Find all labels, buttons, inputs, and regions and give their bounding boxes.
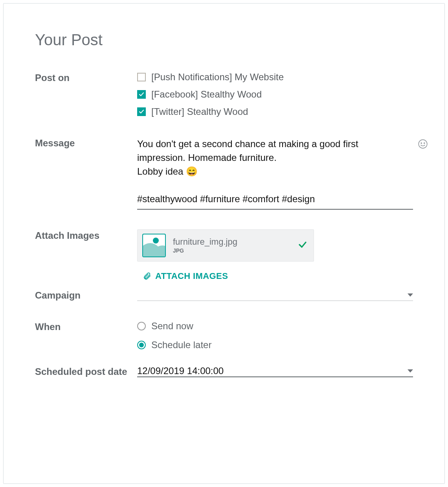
campaign-select[interactable] bbox=[137, 289, 413, 301]
label-scheduled-date: Scheduled post date bbox=[35, 365, 137, 377]
label-post-on: Post on bbox=[35, 72, 137, 83]
radio-icon[interactable] bbox=[137, 341, 146, 349]
check-icon bbox=[139, 92, 144, 96]
checkbox-icon[interactable] bbox=[137, 73, 146, 81]
message-input[interactable]: You don't get a second chance at making … bbox=[137, 137, 413, 210]
smile-icon bbox=[418, 139, 428, 149]
channel-option-twitter[interactable]: [Twitter] Stealthy Wood bbox=[137, 106, 413, 117]
post-form-panel: Your Post Post on [Push Notifications] M… bbox=[3, 3, 445, 484]
row-message: Message You don't get a second chance at… bbox=[35, 137, 413, 210]
scheduled-date-value: 12/09/2019 14:00:00 bbox=[137, 365, 224, 376]
channel-label: [Facebook] Stealthy Wood bbox=[151, 89, 262, 100]
row-campaign: Campaign bbox=[35, 289, 413, 301]
when-option-send-now[interactable]: Send now bbox=[137, 321, 413, 332]
scheduled-date-input[interactable]: 12/09/2019 14:00:00 bbox=[137, 365, 413, 377]
label-attach-images: Attach Images bbox=[35, 229, 137, 241]
attachment-thumbnail bbox=[142, 234, 166, 257]
checkbox-icon[interactable] bbox=[137, 107, 146, 116]
check-icon bbox=[298, 240, 307, 249]
row-scheduled-date: Scheduled post date 12/09/2019 14:00:00 bbox=[35, 365, 413, 377]
attach-images-button[interactable]: ATTACH IMAGES bbox=[137, 271, 228, 281]
radio-icon[interactable] bbox=[137, 322, 146, 330]
chevron-down-icon bbox=[408, 369, 413, 373]
paperclip-icon bbox=[143, 272, 151, 280]
row-attach-images: Attach Images furniture_img.jpg JPG ATTA… bbox=[35, 229, 413, 282]
svg-point-1 bbox=[421, 143, 422, 144]
label-campaign: Campaign bbox=[35, 289, 137, 301]
row-post-on: Post on [Push Notifications] My Website … bbox=[35, 72, 413, 117]
label-when: When bbox=[35, 321, 137, 332]
channel-option-facebook[interactable]: [Facebook] Stealthy Wood bbox=[137, 89, 413, 100]
attachment-status bbox=[298, 240, 307, 251]
attachment-card[interactable]: furniture_img.jpg JPG bbox=[137, 229, 314, 262]
row-when: When Send now Schedule later bbox=[35, 321, 413, 358]
checkbox-icon[interactable] bbox=[137, 90, 146, 99]
channel-label: [Push Notifications] My Website bbox=[151, 72, 284, 83]
channel-label: [Twitter] Stealthy Wood bbox=[151, 106, 248, 117]
label-message: Message bbox=[35, 137, 137, 149]
channel-option-push[interactable]: [Push Notifications] My Website bbox=[137, 72, 413, 83]
svg-point-2 bbox=[424, 143, 425, 144]
when-option-schedule-later[interactable]: Schedule later bbox=[137, 339, 413, 350]
attach-images-label: ATTACH IMAGES bbox=[155, 271, 228, 281]
check-icon bbox=[139, 110, 144, 114]
svg-point-0 bbox=[419, 140, 427, 148]
radio-label: Schedule later bbox=[151, 339, 211, 350]
radio-label: Send now bbox=[151, 321, 193, 332]
attachment-ext: JPG bbox=[173, 247, 291, 254]
emoji-picker-button[interactable] bbox=[418, 139, 428, 149]
page-title: Your Post bbox=[35, 31, 413, 49]
chevron-down-icon bbox=[408, 293, 413, 297]
attachment-filename: furniture_img.jpg bbox=[173, 237, 291, 247]
